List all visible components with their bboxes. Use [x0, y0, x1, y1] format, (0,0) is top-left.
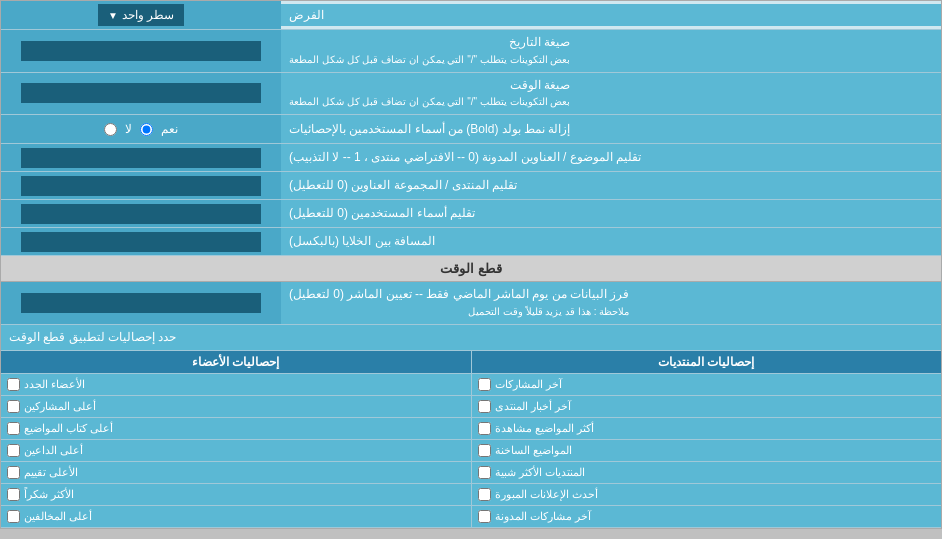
time-format-label: صيغة الوقتبعض التكوينات يتطلب "/" التي ي…	[281, 73, 941, 115]
dropdown-arrow-icon: ▼	[108, 10, 118, 21]
date-format-input-container: d-m	[1, 30, 281, 72]
stat-label-forum-0: آخر المشاركات	[495, 378, 562, 391]
stat-check-member-6[interactable]	[7, 510, 20, 523]
stat-label-member-2: أعلى كتاب المواضيع	[24, 422, 113, 435]
stat-label-member-6: أعلى المخالفين	[24, 510, 92, 523]
stat-label-forum-6: آخر مشاركات المدونة	[495, 510, 591, 523]
stat-check-forum-2[interactable]	[478, 422, 491, 435]
cell-spacing-label: المسافة بين الخلايا (بالبكسل)	[281, 228, 941, 255]
time-format-input[interactable]: H:i	[21, 83, 261, 103]
time-cutoff-label: فرز البيانات من يوم الماشر الماضي فقط --…	[281, 282, 941, 324]
usernames-trim-label: تقليم أسماء المستخدمين (0 للتعطيل)	[281, 200, 941, 227]
time-cutoff-input[interactable]: 0	[21, 293, 261, 313]
dropdown-label: سطر واحد	[122, 8, 174, 22]
list-item: الأعضاء الجدد	[1, 374, 471, 396]
stats-forums-header: إحصاليات المنتديات	[471, 351, 942, 373]
stat-check-forum-3[interactable]	[478, 444, 491, 457]
stat-label-member-5: الأكثر شكراً	[24, 488, 74, 501]
list-item: آخر المشاركات	[472, 374, 942, 396]
stat-label-forum-1: آخر أخبار المنتدى	[495, 400, 571, 413]
list-item: أحدث الإعلانات المبورة	[472, 484, 942, 506]
date-format-input[interactable]: d-m	[21, 41, 261, 61]
forum-group-trim-label: تقليم المنتدى / المجموعة العناوين (0 للت…	[281, 172, 941, 199]
list-item: المنتديات الأكثر شبية	[472, 462, 942, 484]
stat-check-forum-0[interactable]	[478, 378, 491, 391]
stat-check-member-0[interactable]	[7, 378, 20, 391]
yes-label: نعم	[161, 122, 178, 136]
list-item: أعلى المخالفين	[1, 506, 471, 528]
stat-label-member-0: الأعضاء الجدد	[24, 378, 85, 391]
time-cutoff-header: قطع الوقت	[1, 256, 941, 282]
list-item: أعلى الداعين	[1, 440, 471, 462]
stats-items-container: آخر المشاركات آخر أخبار المنتدى أكثر الم…	[1, 374, 941, 528]
list-item: الأكثر شكراً	[1, 484, 471, 506]
bold-remove-yes-radio[interactable]	[140, 123, 153, 136]
stat-check-member-3[interactable]	[7, 444, 20, 457]
list-item: آخر أخبار المنتدى	[472, 396, 942, 418]
stat-check-forum-6[interactable]	[478, 510, 491, 523]
stats-members-header: إحصاليات الأعضاء	[1, 351, 471, 373]
forum-group-trim-input[interactable]: 33	[21, 176, 261, 196]
stats-apply-text: حدد إحصاليات لتطبيق قطع الوقت	[9, 329, 176, 346]
stat-label-member-3: أعلى الداعين	[24, 444, 83, 457]
stat-label-forum-2: أكثر المواضيع مشاهدة	[495, 422, 594, 435]
list-item: المواضيع الساخنة	[472, 440, 942, 462]
bold-remove-label: إزالة نمط بولد (Bold) من أسماء المستخدمي…	[281, 115, 941, 143]
topic-trim-label: تقليم الموضوع / العناوين المدونة (0 -- ا…	[281, 144, 941, 171]
cell-spacing-input-container: 2	[1, 228, 281, 255]
no-label: لا	[125, 122, 132, 136]
list-item: الأعلى تقييم	[1, 462, 471, 484]
stat-check-forum-4[interactable]	[478, 466, 491, 479]
stat-check-forum-1[interactable]	[478, 400, 491, 413]
forum-group-trim-input-container: 33	[1, 172, 281, 199]
stat-label-forum-4: المنتديات الأكثر شبية	[495, 466, 585, 479]
stats-forums-column: آخر المشاركات آخر أخبار المنتدى أكثر الم…	[471, 374, 942, 528]
time-cutoff-title: قطع الوقت	[440, 261, 502, 276]
usernames-trim-input-container: 0	[1, 200, 281, 227]
bold-remove-radio-container: نعم لا	[1, 115, 281, 143]
stats-apply-label: حدد إحصاليات لتطبيق قطع الوقت	[1, 325, 941, 350]
time-cutoff-input-container: 0	[1, 282, 281, 324]
stat-label-forum-3: المواضيع الساخنة	[495, 444, 572, 457]
list-item: أعلى المشاركين	[1, 396, 471, 418]
stat-check-member-4[interactable]	[7, 466, 20, 479]
stat-label-member-4: الأعلى تقييم	[24, 466, 78, 479]
stat-label-member-1: أعلى المشاركين	[24, 400, 96, 413]
stat-check-member-2[interactable]	[7, 422, 20, 435]
page-title-label: الفرض	[281, 4, 941, 26]
usernames-trim-input[interactable]: 0	[21, 204, 261, 224]
topic-trim-input[interactable]: 33	[21, 148, 261, 168]
list-item: آخر مشاركات المدونة	[472, 506, 942, 528]
dropdown-container: سطر واحد ▼	[1, 1, 281, 29]
stat-check-member-5[interactable]	[7, 488, 20, 501]
cell-spacing-input[interactable]: 2	[21, 232, 261, 252]
list-item: أعلى كتاب المواضيع	[1, 418, 471, 440]
stat-check-member-1[interactable]	[7, 400, 20, 413]
date-format-label: صيغة التاريخبعض التكوينات يتطلب "/" التي…	[281, 30, 941, 72]
single-line-dropdown[interactable]: سطر واحد ▼	[98, 4, 184, 26]
time-format-input-container: H:i	[1, 73, 281, 115]
list-item: أكثر المواضيع مشاهدة	[472, 418, 942, 440]
page-title: الفرض	[289, 8, 324, 22]
topic-trim-input-container: 33	[1, 144, 281, 171]
stat-check-forum-5[interactable]	[478, 488, 491, 501]
stat-label-forum-5: أحدث الإعلانات المبورة	[495, 488, 598, 501]
stats-members-column: الأعضاء الجدد أعلى المشاركين أعلى كتاب ا…	[1, 374, 471, 528]
bold-remove-no-radio[interactable]	[104, 123, 117, 136]
